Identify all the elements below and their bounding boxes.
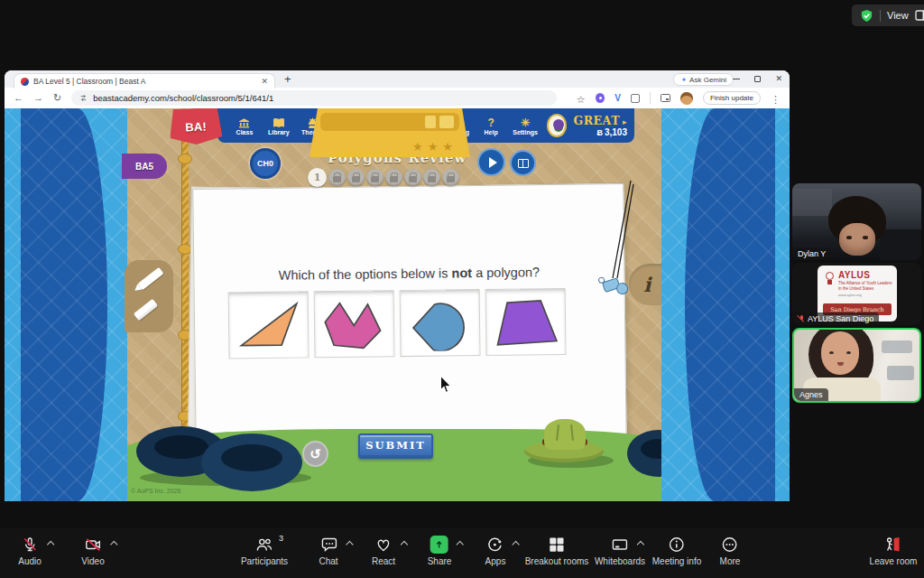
nav-item-settings[interactable]: ✳ Settings	[509, 116, 541, 135]
submit-button[interactable]: SUBMIT	[358, 434, 433, 459]
extension-icon[interactable]	[596, 93, 605, 103]
option-orange-triangle[interactable]	[228, 291, 310, 359]
nav-item-help[interactable]: ? Help	[475, 116, 507, 135]
worksheet: Which of the options below is not a poly…	[192, 183, 627, 452]
window-controls	[733, 70, 782, 88]
whiteboard-icon	[611, 536, 629, 554]
status-arrow-icon	[623, 114, 627, 127]
background-desk	[880, 229, 921, 260]
browser-tab[interactable]: BA Level 5 | Classroom | Beast A	[14, 73, 275, 89]
url-input[interactable]: beastacademy.com/school/classroom/5/1/64…	[71, 90, 557, 106]
browser-menu-icon[interactable]	[771, 90, 781, 107]
play-button[interactable]	[477, 148, 505, 176]
progress-step-current[interactable]: 1	[308, 168, 327, 187]
option-pink-polygon[interactable]	[314, 290, 395, 358]
nav-item-library[interactable]: Library	[263, 116, 295, 135]
progress-steps: 1	[308, 168, 459, 187]
audio-options-chevron[interactable]	[47, 541, 54, 548]
tab-title: BA Level 5 | Classroom | Beast A	[33, 77, 256, 86]
view-button-label[interactable]: View	[887, 10, 909, 21]
play-icon	[489, 157, 497, 168]
camera-off-icon	[84, 536, 102, 554]
participants-button[interactable]: 3 Participants	[241, 535, 288, 566]
aylus-bulb-icon	[825, 272, 835, 285]
tire-decoration	[201, 434, 302, 491]
participant-face	[839, 223, 875, 256]
option-purple-quadrilateral[interactable]	[485, 288, 567, 356]
extension-v-icon[interactable]: V	[614, 93, 621, 103]
ba-logo-banner[interactable]: BA!	[169, 108, 222, 145]
heart-icon	[374, 536, 393, 554]
tab-capture-icon[interactable]	[661, 94, 671, 102]
locked-step	[347, 169, 365, 186]
video-tile-aylus[interactable]: AYLUS The Alliance of Youth Leaders in t…	[792, 263, 921, 325]
triangle-shape	[240, 303, 297, 345]
video-button[interactable]: Video	[81, 535, 104, 566]
help-question-icon: ?	[487, 116, 494, 128]
react-options-chevron[interactable]	[401, 541, 408, 548]
pencil-tray	[125, 260, 173, 332]
aylus-description: The Alliance of Youth Leaders in the Uni…	[838, 281, 892, 291]
pencil-icon[interactable]	[137, 267, 163, 291]
browser-window: BA Level 5 | Classroom | Beast A Ask Gem…	[5, 70, 790, 501]
status-block[interactable]: GREAT 3,103	[574, 114, 627, 137]
extension-box-icon[interactable]	[631, 94, 640, 103]
ask-gemini-button[interactable]: Ask Gemini	[673, 73, 734, 86]
back-icon[interactable]: ←	[14, 93, 23, 103]
chat-options-chevron[interactable]	[346, 541, 353, 548]
reload-icon[interactable]: ↻	[53, 93, 61, 103]
ba5-side-tab[interactable]: BA5	[122, 154, 167, 179]
book-icon	[518, 159, 529, 168]
locked-step	[404, 169, 421, 186]
browser-urlbar: ← → ↻ beastacademy.com/school/classroom/…	[5, 88, 790, 108]
video-tile-dylan[interactable]: Dylan Y	[792, 183, 921, 260]
breakout-rooms-button[interactable]: Breakout rooms	[525, 535, 589, 566]
maximize-icon[interactable]	[754, 76, 761, 82]
video-tile-agnes[interactable]: Agnes	[792, 328, 921, 403]
whiteboards-button[interactable]: Whiteboards	[595, 535, 645, 566]
leave-room-button[interactable]: Leave room	[870, 535, 918, 566]
more-button[interactable]: More	[720, 535, 741, 566]
chat-button[interactable]: Chat	[319, 535, 337, 566]
class-building-icon	[238, 116, 250, 128]
apps-options-chevron[interactable]	[513, 541, 520, 548]
eraser-icon[interactable]	[134, 299, 158, 322]
profile-avatar[interactable]	[680, 92, 693, 105]
option-blue-curved-shape[interactable]	[400, 289, 481, 357]
participants-icon	[255, 536, 273, 554]
whiteboards-options-chevron[interactable]	[637, 541, 644, 548]
leave-door-icon	[884, 536, 902, 554]
close-icon[interactable]	[775, 75, 782, 83]
chat-bubble-icon	[319, 536, 337, 554]
finish-update-button[interactable]: Finish update	[703, 91, 761, 105]
settings-gear-icon: ✳	[521, 116, 530, 128]
video-options-chevron[interactable]	[110, 541, 117, 548]
aylus-website: www.aylus.org	[838, 293, 862, 297]
locked-step	[423, 169, 440, 186]
meeting-info-button[interactable]: Meeting info	[652, 535, 701, 566]
share-button[interactable]: Share	[428, 535, 452, 566]
apps-icon	[486, 536, 504, 554]
tab-close-icon[interactable]	[261, 78, 268, 86]
view-layout-icon[interactable]	[915, 10, 924, 21]
quadrilateral-shape	[496, 301, 556, 345]
react-button[interactable]: React	[372, 535, 395, 566]
security-shield-icon[interactable]	[860, 9, 873, 23]
hat-dome	[544, 419, 586, 450]
forward-icon[interactable]: →	[33, 93, 43, 103]
lesson-notes-button[interactable]	[510, 150, 536, 176]
nav-item-class[interactable]: Class	[228, 116, 261, 135]
new-tab-button[interactable]	[284, 72, 291, 86]
minimize-icon[interactable]	[733, 79, 740, 79]
apps-button[interactable]: Apps	[485, 535, 506, 566]
gold-bus-marquee	[310, 108, 470, 157]
bookmark-star-icon[interactable]	[577, 90, 586, 107]
locked-step	[328, 169, 346, 186]
share-options-chevron[interactable]	[457, 541, 464, 548]
lock-icon	[447, 176, 455, 182]
site-info-icon[interactable]	[79, 94, 88, 102]
lock-icon	[371, 176, 379, 182]
audio-button[interactable]: Audio	[18, 535, 42, 566]
reset-button[interactable]	[302, 441, 328, 467]
player-avatar[interactable]	[547, 114, 567, 137]
